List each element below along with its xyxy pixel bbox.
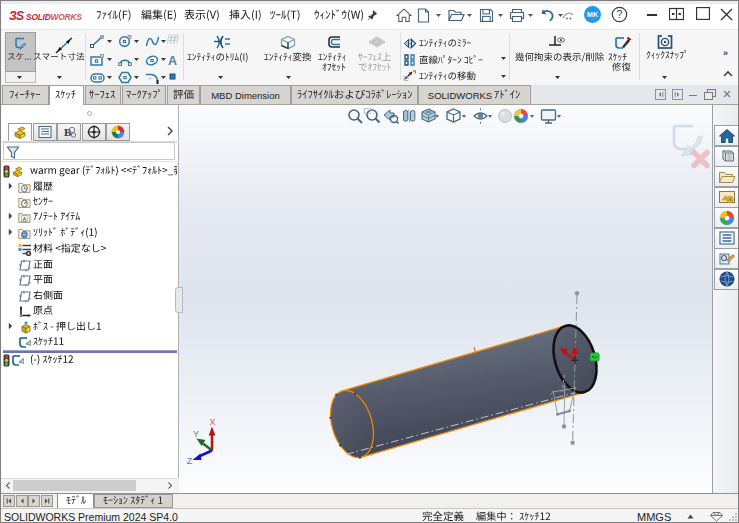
svg-text:SOLIDWORKS: SOLIDWORKS <box>26 12 82 22</box>
svg-text:Z: Z <box>187 456 193 466</box>
svg-text:?: ? <box>617 8 623 20</box>
svg-text:X: X <box>209 417 215 427</box>
svg-text:Y: Y <box>193 429 199 439</box>
svg-text:A: A <box>168 54 177 67</box>
svg-text:A: A <box>23 216 27 222</box>
svg-text:ЗS: ЗS <box>9 9 24 23</box>
